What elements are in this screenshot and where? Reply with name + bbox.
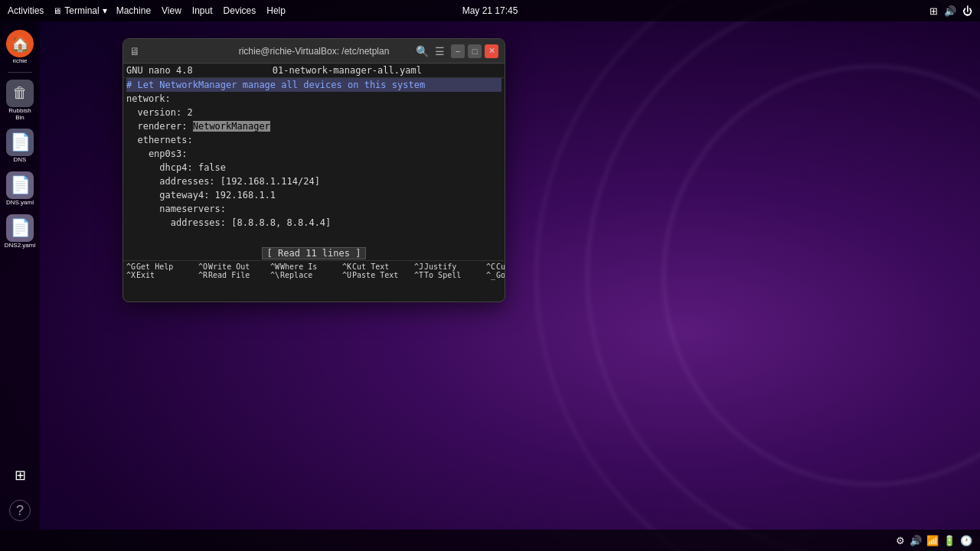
shortcut-replace: ^\ Replace <box>270 271 339 279</box>
nano-shortcuts: ^G Get Help ^O Write Out ^W Where Is ^K … <box>123 260 505 281</box>
nano-status-message: [ Read 11 lines ] <box>262 247 367 259</box>
shortcut-get-help: ^G Get Help <box>126 262 195 271</box>
apps-grid-icon: ⊞ <box>6 461 34 489</box>
audio-icon[interactable]: 🔊 <box>910 535 922 546</box>
activities-button[interactable]: Activities <box>8 5 44 16</box>
topbar-terminal-label: Terminal <box>64 5 99 16</box>
terminal-maximize-button[interactable]: □ <box>468 44 482 58</box>
nano-status-bar: [ Read 11 lines ] <box>123 246 505 260</box>
nano-header: GNU nano 4.8 01-network-manager-all.yaml <box>123 64 505 78</box>
topbar: Activities 🖥 Terminal ▾ Machine View Inp… <box>0 0 980 21</box>
terminal-title-text: richie@richie-VirtualBox: /etc/netplan <box>239 46 390 57</box>
terminal-search-icon[interactable]: 🔍 <box>416 45 429 57</box>
dock-label-dns2yaml: DNS2.yaml <box>5 243 35 249</box>
home-icon: 🏠 <box>6 30 34 57</box>
terminal-title-right: 🔍 ☰ − □ ✕ <box>416 44 498 58</box>
topbar-right: ⊞ 🔊 ⏻ <box>929 5 972 17</box>
dock-separator-1 <box>8 72 32 73</box>
dns2yaml-file-icon: 📄 <box>6 214 34 242</box>
terminal-window-icon: 🖥 <box>129 45 140 57</box>
shortcut-cut-text: ^K Cut Text <box>342 262 411 271</box>
topbar-terminal-dropdown[interactable]: ▾ <box>103 5 107 16</box>
nano-line-5: ethernets: <box>126 133 501 147</box>
dock-item-trash[interactable]: 🗑 Rubbish Bin <box>2 77 38 124</box>
help-icon: ? <box>9 500 31 521</box>
topbar-datetime: May 21 17:45 <box>462 5 518 16</box>
dock-label-home: richie <box>12 58 27 65</box>
clock-icon[interactable]: 🕐 <box>960 535 972 546</box>
nano-line-9: gateway4: 192.168.1.1 <box>126 188 501 202</box>
dock-label-trash: Rubbish Bin <box>4 108 36 122</box>
shortcut-justify: ^J Justify <box>414 262 483 271</box>
dock-label-dnsyaml: DNS.yaml <box>6 200 34 207</box>
nano-line-10: nameservers: <box>126 202 501 216</box>
nano-line-11: addresses: [8.8.8.8, 8.8.4.4] <box>126 216 501 230</box>
nano-shortcut-row-1: ^G Get Help ^O Write Out ^W Where Is ^K … <box>126 262 501 271</box>
terminal-title-left: 🖥 <box>129 45 140 57</box>
network-icon[interactable]: 📶 <box>926 535 939 546</box>
dock-item-dns[interactable]: 📄 DNS <box>2 126 38 166</box>
power-icon[interactable]: ⏻ <box>962 5 972 17</box>
terminal-titlebar: 🖥 richie@richie-VirtualBox: /etc/netplan… <box>123 39 505 64</box>
shortcut-go-to-line: ^_ Go To Line <box>486 271 505 279</box>
nano-line-2: network: <box>126 92 501 106</box>
nano-line-7: dhcp4: false <box>126 161 501 174</box>
nano-filename: 01-network-manager-all.yaml <box>273 65 422 76</box>
topbar-left: Activities 🖥 Terminal ▾ Machine View Inp… <box>8 5 286 16</box>
menu-devices[interactable]: Devices <box>224 5 256 16</box>
nano-shortcut-row-2: ^X Exit ^R Read File ^\ Replace ^U Paste… <box>126 271 501 279</box>
shortcut-write-out: ^O Write Out <box>198 262 267 271</box>
dnsyaml-file-icon: 📄 <box>6 171 34 199</box>
dock-item-dnsyaml[interactable]: 📄 DNS.yaml <box>2 169 38 209</box>
terminal-close-button[interactable]: ✕ <box>485 44 498 58</box>
dock-item-dns2yaml[interactable]: 📄 DNS2.yaml <box>2 212 38 252</box>
shortcut-paste-text: ^U Paste Text <box>342 271 411 279</box>
grid-icon[interactable]: ⊞ <box>929 5 938 17</box>
shortcut-exit: ^X Exit <box>126 271 195 279</box>
terminal-menu-icon[interactable]: ☰ <box>435 45 445 57</box>
dock-label-dns: DNS <box>14 157 27 164</box>
topbar-menus: Machine View Input Devices Help <box>116 5 286 16</box>
nano-editor-content[interactable]: # Let NetworkManager manage all devices … <box>123 78 505 246</box>
terminal-icon: 🖥 <box>53 6 61 15</box>
shortcut-read-file: ^R Read File <box>198 271 267 279</box>
menu-view[interactable]: View <box>162 5 181 16</box>
battery-icon[interactable]: 🔋 <box>943 535 956 546</box>
nano-line-4: renderer: NetworkManager <box>126 119 501 133</box>
menu-machine[interactable]: Machine <box>116 5 151 16</box>
dock: 🏠 richie 🗑 Rubbish Bin 📄 DNS 📄 DNS.yaml … <box>0 21 40 530</box>
dns-file-icon: 📄 <box>6 129 34 156</box>
settings-icon[interactable]: ⚙ <box>896 535 905 546</box>
desktop: Activities 🖥 Terminal ▾ Machine View Inp… <box>0 0 980 551</box>
dock-item-apps[interactable]: ⊞ <box>2 459 38 491</box>
topbar-terminal-indicator: 🖥 Terminal ▾ <box>53 5 106 16</box>
dock-item-help[interactable]: ? <box>2 497 38 523</box>
nano-version: GNU nano 4.8 <box>126 65 193 76</box>
terminal-window: 🖥 richie@richie-VirtualBox: /etc/netplan… <box>122 38 505 302</box>
menu-help[interactable]: Help <box>266 5 286 16</box>
nano-line-3: version: 2 <box>126 106 501 119</box>
shortcut-where-is: ^W Where Is <box>270 262 339 271</box>
trash-icon: 🗑 <box>6 80 34 107</box>
nano-line-8: addresses: [192.168.1.114/24] <box>126 174 501 188</box>
menu-input[interactable]: Input <box>192 5 213 16</box>
shortcut-to-spell: ^T To Spell <box>414 271 483 279</box>
terminal-minimize-button[interactable]: − <box>451 44 465 58</box>
nano-line-6: enp0s3: <box>126 147 501 161</box>
bottombar: ⚙ 🔊 📶 🔋 🕐 <box>0 530 980 551</box>
dock-item-home[interactable]: 🏠 richie <box>2 28 38 67</box>
shortcut-cur-pos: ^C Cur Pos <box>486 262 505 271</box>
volume-icon[interactable]: 🔊 <box>944 5 956 17</box>
nano-line-1: # Let NetworkManager manage all devices … <box>126 78 501 92</box>
